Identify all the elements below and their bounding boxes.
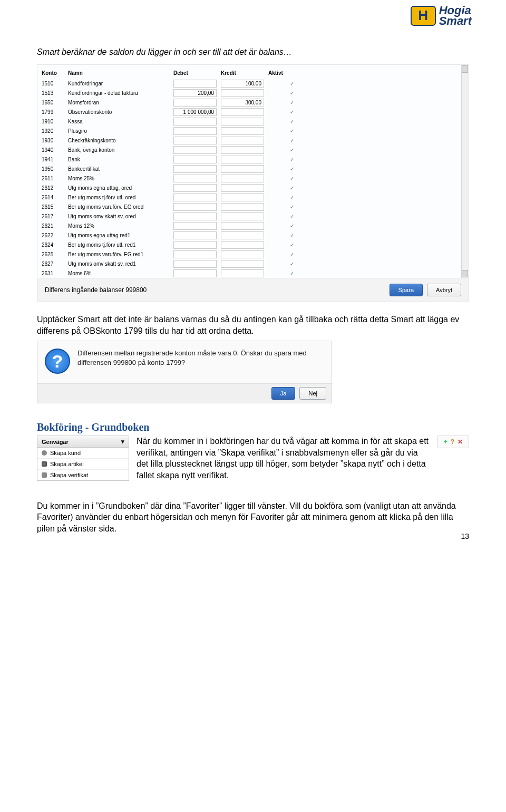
cell-namn: Kundfordringar - delad faktura (68, 90, 173, 96)
kredit-input[interactable] (221, 203, 264, 211)
col-konto: Konto (42, 70, 68, 76)
check-icon: ✓ (290, 166, 294, 172)
kredit-input[interactable] (221, 118, 264, 125)
debet-input[interactable] (173, 203, 217, 211)
debet-input[interactable] (173, 184, 217, 192)
plus-icon[interactable]: + (444, 438, 447, 446)
table-row: 1910Kassa✓ (42, 117, 464, 126)
cell-konto: 2624 (42, 242, 68, 248)
kredit-input[interactable] (221, 175, 264, 182)
debet-input[interactable] (173, 165, 217, 173)
table-row: 2614Ber utg moms tj.förv utl. ored✓ (42, 192, 464, 202)
debet-input[interactable] (173, 194, 217, 201)
check-icon: ✓ (290, 176, 294, 181)
table-footer: Differens ingående balanser 999800 Spara… (37, 278, 469, 302)
debet-input[interactable] (173, 175, 217, 182)
brand-logo: H Hogia Smart (411, 5, 472, 26)
debet-input[interactable] (173, 146, 217, 154)
debet-input[interactable] (173, 269, 217, 277)
kredit-input[interactable] (221, 241, 264, 249)
debet-input[interactable] (173, 241, 217, 249)
section-heading: Bokföring - Grundboken (37, 421, 469, 433)
scrollbar[interactable] (461, 65, 469, 278)
kredit-input[interactable] (221, 127, 264, 135)
help-icon[interactable]: ? (451, 438, 454, 446)
col-kredit: Kredit (221, 70, 268, 76)
debet-input[interactable] (173, 99, 217, 107)
close-icon[interactable]: ✕ (458, 438, 463, 446)
cell-namn: Kassa (68, 119, 173, 124)
debet-input[interactable] (173, 156, 217, 163)
cell-konto: 1910 (42, 119, 68, 124)
check-icon: ✓ (290, 185, 294, 191)
debet-input[interactable] (173, 80, 217, 88)
debet-input[interactable]: 200,00 (173, 89, 217, 97)
check-icon: ✓ (290, 204, 294, 210)
cancel-button[interactable]: Avbryt (427, 284, 461, 296)
cell-namn: Utg moms egna uttag, ored (68, 185, 173, 191)
cell-konto: 2627 (42, 261, 68, 267)
debet-input[interactable]: 1 000 000,00 (173, 108, 217, 116)
table-row: 2617Utg moms omv skatt sv, ored✓ (42, 211, 464, 221)
kredit-input[interactable] (221, 108, 264, 116)
debet-input[interactable] (173, 118, 217, 125)
cell-namn: Ber utg moms varuförv. EG red1 (68, 252, 173, 257)
check-icon: ✓ (290, 214, 294, 219)
dialog-text: Differensen mellan registrerade konton m… (77, 349, 324, 374)
dialog-yes-button[interactable]: Ja (271, 387, 296, 400)
cell-konto: 1650 (42, 100, 68, 105)
debet-input[interactable] (173, 260, 217, 268)
question-icon: ? (45, 349, 70, 374)
check-icon: ✓ (290, 242, 294, 248)
kredit-input[interactable] (221, 231, 264, 239)
kredit-input[interactable] (221, 165, 264, 173)
cell-konto: 1799 (42, 109, 68, 115)
table-row: 1510Kundfordringar100,00✓ (42, 79, 464, 88)
kredit-input[interactable] (221, 260, 264, 268)
dialog-no-button[interactable]: Nej (299, 387, 326, 400)
check-icon: ✓ (290, 252, 294, 257)
kredit-input[interactable] (221, 156, 264, 163)
cell-namn: Checkräkningskonto (68, 138, 173, 143)
debet-input[interactable] (173, 137, 217, 144)
table-row: 2615Ber utg moms varuförv. EG ored✓ (42, 202, 464, 211)
check-icon: ✓ (290, 81, 294, 86)
shortcut-item-skapa-verifikat[interactable]: Skapa verifikat (37, 470, 129, 480)
scroll-down-icon[interactable] (462, 270, 468, 277)
table-row: 2627Utg moms omv skatt sv, red1✓ (42, 259, 464, 268)
debet-input[interactable] (173, 127, 217, 135)
cell-namn: Moms 6% (68, 270, 173, 276)
table-body: 1510Kundfordringar100,00✓1513Kundfordrin… (42, 79, 464, 278)
kredit-input[interactable]: 300,00 (221, 99, 264, 107)
kredit-input[interactable] (221, 250, 264, 258)
check-icon: ✓ (290, 100, 294, 105)
debet-input[interactable] (173, 222, 217, 230)
cell-konto: 2631 (42, 270, 68, 276)
kredit-input[interactable] (221, 269, 264, 277)
shortcuts-menu: Genvägar ▾ Skapa kund Skapa artikel Skap… (37, 436, 129, 481)
kredit-input[interactable] (221, 212, 264, 220)
cell-namn: Kundfordringar (68, 81, 173, 86)
scroll-up-icon[interactable] (462, 65, 468, 73)
kredit-input[interactable] (221, 184, 264, 192)
paragraph-1: Upptäcker Smart att det inte är balans v… (37, 314, 469, 336)
check-icon: ✓ (290, 147, 294, 153)
kredit-input[interactable] (221, 89, 264, 97)
shortcut-item-skapa-artikel[interactable]: Skapa artikel (37, 459, 129, 470)
cell-konto: 1950 (42, 166, 68, 172)
shortcut-item-skapa-kund[interactable]: Skapa kund (37, 448, 129, 459)
kredit-input[interactable]: 100,00 (221, 80, 264, 88)
save-button[interactable]: Spara (390, 284, 423, 296)
debet-input[interactable] (173, 231, 217, 239)
kredit-input[interactable] (221, 222, 264, 230)
table-row: 2611Moms 25%✓ (42, 173, 464, 183)
debet-input[interactable] (173, 250, 217, 258)
shortcuts-header[interactable]: Genvägar ▾ (37, 436, 129, 448)
check-icon: ✓ (290, 90, 294, 96)
kredit-input[interactable] (221, 137, 264, 144)
kredit-input[interactable] (221, 146, 264, 154)
debet-input[interactable] (173, 212, 217, 220)
balances-table: Konto Namn Debet Kredit Aktivt 1510Kundf… (37, 64, 469, 278)
kredit-input[interactable] (221, 194, 264, 201)
cell-namn: Ber utg moms tj.förv utl. red1 (68, 242, 173, 248)
